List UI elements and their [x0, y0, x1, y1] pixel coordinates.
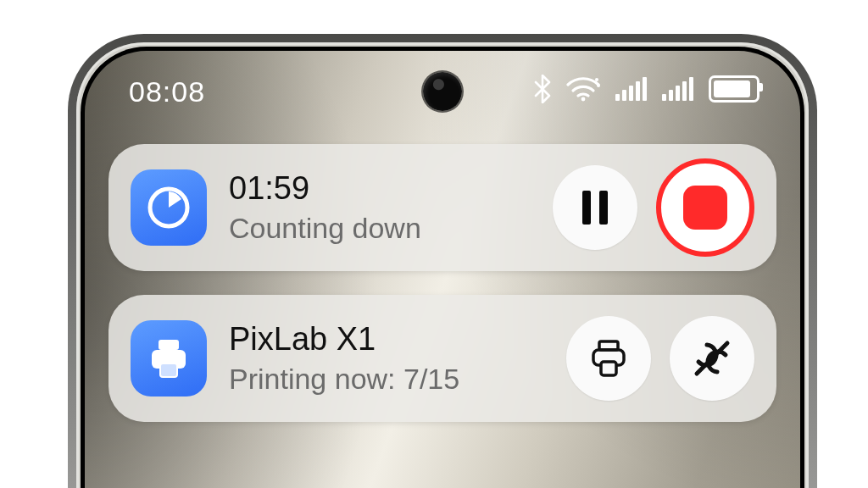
- phone-screen: 08:08: [85, 51, 800, 488]
- unlink-button[interactable]: [670, 316, 754, 401]
- printer-name: PixLab X1: [229, 321, 566, 358]
- timer-card-text: 01:59 Counting down: [229, 170, 553, 245]
- battery-level: [714, 80, 750, 97]
- svg-rect-4: [582, 191, 591, 225]
- bluetooth-icon: [534, 75, 551, 103]
- stop-button[interactable]: [656, 158, 754, 257]
- print-icon: [587, 336, 631, 380]
- battery-icon: [709, 75, 760, 103]
- unlink-icon: [690, 336, 734, 380]
- phone-bezel: 08:08: [81, 47, 804, 488]
- timer-card-actions: [553, 158, 754, 257]
- status-bar: 08:08: [85, 66, 800, 117]
- svg-point-1: [595, 78, 598, 81]
- printer-card-actions: [566, 316, 754, 401]
- svg-point-0: [581, 97, 586, 102]
- printer-progress: Printing now: 7/15: [229, 363, 566, 396]
- status-icons: [534, 75, 760, 103]
- svg-point-2: [597, 84, 600, 87]
- pause-icon: [579, 189, 611, 226]
- phone-frame: 08:08: [68, 34, 817, 488]
- svg-rect-5: [599, 191, 608, 225]
- svg-rect-6: [159, 340, 179, 350]
- timer-card[interactable]: 01:59 Counting down: [108, 144, 776, 271]
- timer-time: 01:59: [229, 170, 553, 207]
- pause-button[interactable]: [553, 165, 637, 250]
- svg-rect-8: [160, 363, 177, 377]
- printer-app-icon: [131, 320, 207, 396]
- printer-card[interactable]: PixLab X1 Printing now: 7/15: [108, 295, 776, 422]
- timer-icon: [131, 169, 207, 246]
- svg-rect-12: [601, 362, 616, 375]
- timer-status: Counting down: [229, 212, 553, 245]
- cellular-icon-2: [662, 77, 693, 101]
- print-button[interactable]: [566, 316, 651, 401]
- wifi-icon: [566, 76, 600, 102]
- stop-icon: [683, 186, 727, 230]
- cellular-icon-1: [615, 77, 647, 101]
- notification-cards: 01:59 Counting down: [108, 144, 776, 422]
- printer-card-text: PixLab X1 Printing now: 7/15: [229, 321, 566, 396]
- status-clock: 08:08: [129, 75, 205, 108]
